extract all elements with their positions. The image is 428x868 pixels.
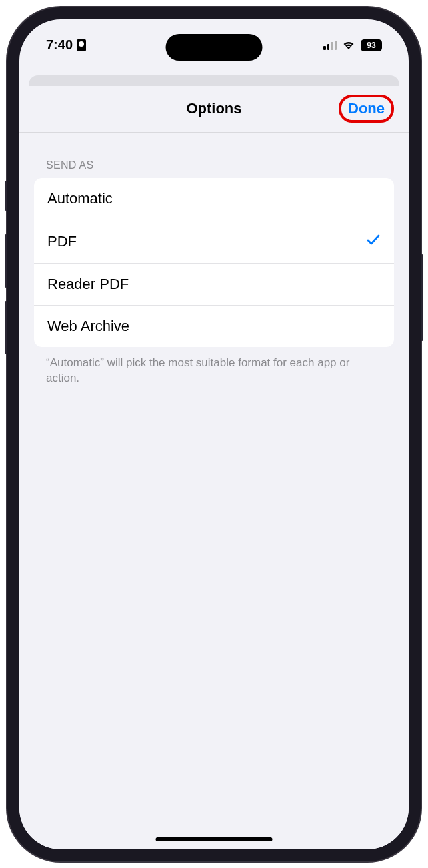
volume-down-button xyxy=(5,301,7,354)
list-item-label: Reader PDF xyxy=(47,276,129,293)
status-time: 7:40 xyxy=(46,37,73,53)
silent-switch xyxy=(5,181,7,211)
dynamic-island xyxy=(166,34,263,61)
home-indicator[interactable] xyxy=(156,837,273,841)
cellular-signal-icon xyxy=(323,41,337,50)
battery-level: 93 xyxy=(361,39,382,51)
screen: 7:40 93 Options xyxy=(19,19,409,849)
wifi-icon xyxy=(342,40,355,51)
format-list: Automatic PDF Reader PDF xyxy=(34,178,394,347)
status-left: 7:40 xyxy=(46,37,86,53)
format-option-web-archive[interactable]: Web Archive xyxy=(34,306,394,347)
battery-icon: 93 xyxy=(361,39,382,51)
format-option-reader-pdf[interactable]: Reader PDF xyxy=(34,264,394,306)
power-button xyxy=(421,254,423,341)
options-modal: Options Done SEND AS Automatic PDF xyxy=(19,86,409,849)
status-right: 93 xyxy=(323,39,382,51)
id-card-icon xyxy=(77,39,86,51)
page-title: Options xyxy=(186,100,241,117)
send-as-section: SEND AS Automatic PDF R xyxy=(19,133,409,387)
modal-header: Options Done xyxy=(19,86,409,133)
section-header: SEND AS xyxy=(34,159,394,178)
list-item-label: PDF xyxy=(47,233,77,250)
checkmark-icon xyxy=(366,232,381,251)
format-option-automatic[interactable]: Automatic xyxy=(34,178,394,220)
list-item-label: Web Archive xyxy=(47,318,129,335)
section-footer: “Automatic” will pick the most suitable … xyxy=(34,347,394,387)
done-button[interactable]: Done xyxy=(339,95,394,123)
device-frame: 7:40 93 Options xyxy=(7,7,421,861)
volume-up-button xyxy=(5,234,7,288)
format-option-pdf[interactable]: PDF xyxy=(34,220,394,264)
list-item-label: Automatic xyxy=(47,190,113,207)
